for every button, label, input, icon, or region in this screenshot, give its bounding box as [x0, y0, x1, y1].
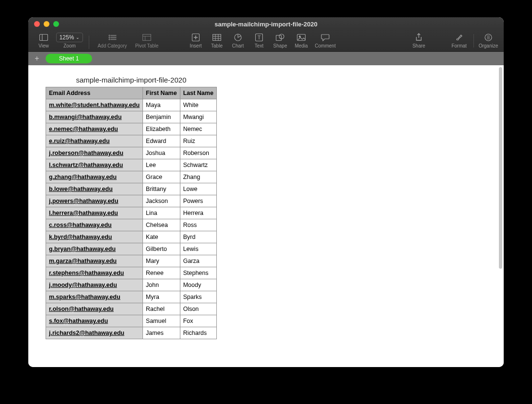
- cell-email[interactable]: m.sparks@hathaway.edu: [46, 291, 143, 303]
- cell-last-name[interactable]: Garza: [180, 255, 216, 267]
- table-row[interactable]: b.mwangi@hathaway.eduBenjaminMwangi: [46, 111, 217, 123]
- cell-last-name[interactable]: Lowe: [180, 183, 216, 195]
- cell-email[interactable]: m.white@student.hathaway.edu: [46, 99, 143, 111]
- shape-button[interactable]: Shape: [270, 33, 291, 48]
- cell-first-name[interactable]: Samuel: [143, 315, 180, 327]
- cell-last-name[interactable]: Mwangi: [180, 111, 216, 123]
- cell-first-name[interactable]: Myra: [143, 291, 180, 303]
- cell-email[interactable]: g.zhang@hathaway.edu: [46, 171, 143, 183]
- table-row[interactable]: r.olson@hathaway.eduRachelOlson: [46, 303, 217, 315]
- table-row[interactable]: l.herrera@hathaway.eduLinaHerrera: [46, 207, 217, 219]
- add-category-button[interactable]: Add Category: [93, 33, 131, 48]
- cell-last-name[interactable]: White: [180, 99, 216, 111]
- table-row[interactable]: b.lowe@hathaway.eduBrittanyLowe: [46, 183, 217, 195]
- view-button[interactable]: View: [33, 33, 54, 48]
- vertical-scrollbar[interactable]: [499, 67, 502, 269]
- table-row[interactable]: k.byrd@hathaway.eduKateByrd: [46, 231, 217, 243]
- table-row[interactable]: j.richards2@hathaway.eduJamesRichards: [46, 327, 217, 339]
- sheet-tab-1[interactable]: Sheet 1: [46, 54, 92, 63]
- cell-last-name[interactable]: Zhang: [180, 171, 216, 183]
- maximize-button[interactable]: [53, 21, 59, 27]
- cell-last-name[interactable]: Schwartz: [180, 159, 216, 171]
- table-row[interactable]: j.moody@hathaway.eduJohnMoody: [46, 279, 217, 291]
- cell-last-name[interactable]: Ross: [180, 219, 216, 231]
- cell-email[interactable]: b.lowe@hathaway.edu: [46, 183, 143, 195]
- data-table[interactable]: Email Address First Name Last Name m.whi…: [46, 87, 217, 339]
- cell-email[interactable]: b.mwangi@hathaway.edu: [46, 111, 143, 123]
- cell-first-name[interactable]: Benjamin: [143, 111, 180, 123]
- table-row[interactable]: s.fox@hathaway.eduSamuelFox: [46, 315, 217, 327]
- zoom-select[interactable]: 125% ⌄: [56, 33, 83, 42]
- header-email[interactable]: Email Address: [46, 87, 143, 99]
- cell-email[interactable]: m.garza@hathaway.edu: [46, 255, 143, 267]
- cell-last-name[interactable]: Roberson: [180, 147, 216, 159]
- cell-last-name[interactable]: Nemec: [180, 123, 216, 135]
- table-row[interactable]: r.stephens@hathaway.eduReneeStephens: [46, 267, 217, 279]
- cell-email[interactable]: e.ruiz@hathaway.edu: [46, 135, 143, 147]
- cell-first-name[interactable]: Rachel: [143, 303, 180, 315]
- table-row[interactable]: m.garza@hathaway.eduMaryGarza: [46, 255, 217, 267]
- cell-email[interactable]: s.fox@hathaway.edu: [46, 315, 143, 327]
- cell-email[interactable]: j.moody@hathaway.edu: [46, 279, 143, 291]
- insert-button[interactable]: Insert: [185, 33, 206, 48]
- table-row[interactable]: g.zhang@hathaway.eduGraceZhang: [46, 171, 217, 183]
- cell-first-name[interactable]: James: [143, 327, 180, 339]
- cell-email[interactable]: g.bryan@hathaway.edu: [46, 243, 143, 255]
- table-button[interactable]: Table: [206, 33, 227, 48]
- organize-button[interactable]: Organize: [478, 33, 499, 48]
- table-row[interactable]: m.sparks@hathaway.eduMyraSparks: [46, 291, 217, 303]
- cell-first-name[interactable]: Mary: [143, 255, 180, 267]
- media-button[interactable]: Media: [291, 33, 312, 48]
- table-row[interactable]: c.ross@hathaway.eduChelseaRoss: [46, 219, 217, 231]
- cell-last-name[interactable]: Ruiz: [180, 135, 216, 147]
- format-button[interactable]: Format: [449, 33, 470, 48]
- cell-email[interactable]: c.ross@hathaway.edu: [46, 219, 143, 231]
- cell-first-name[interactable]: Maya: [143, 99, 180, 111]
- table-row[interactable]: e.nemec@hathaway.eduElizabethNemec: [46, 123, 217, 135]
- table-row[interactable]: g.bryan@hathaway.eduGilbertoLewis: [46, 243, 217, 255]
- cell-email[interactable]: j.richards2@hathaway.edu: [46, 327, 143, 339]
- cell-last-name[interactable]: Sparks: [180, 291, 216, 303]
- header-last-name[interactable]: Last Name: [180, 87, 216, 99]
- cell-last-name[interactable]: Olson: [180, 303, 216, 315]
- cell-first-name[interactable]: Renee: [143, 267, 180, 279]
- cell-email[interactable]: r.olson@hathaway.edu: [46, 303, 143, 315]
- share-button[interactable]: Share: [408, 33, 429, 48]
- table-row[interactable]: j.roberson@hathaway.eduJoshuaRoberson: [46, 147, 217, 159]
- table-row[interactable]: m.white@student.hathaway.eduMayaWhite: [46, 99, 217, 111]
- cell-last-name[interactable]: Moody: [180, 279, 216, 291]
- cell-email[interactable]: l.schwartz@hathaway.edu: [46, 159, 143, 171]
- cell-last-name[interactable]: Lewis: [180, 243, 216, 255]
- chart-button[interactable]: Chart: [227, 33, 248, 48]
- comment-button[interactable]: Comment: [312, 33, 339, 48]
- table-row[interactable]: j.powers@hathaway.eduJacksonPowers: [46, 195, 217, 207]
- pivot-table-button[interactable]: Pivot Table: [131, 33, 162, 48]
- cell-first-name[interactable]: Grace: [143, 171, 180, 183]
- cell-first-name[interactable]: Kate: [143, 231, 180, 243]
- cell-email[interactable]: r.stephens@hathaway.edu: [46, 267, 143, 279]
- table-row[interactable]: l.schwartz@hathaway.eduLeeSchwartz: [46, 159, 217, 171]
- cell-first-name[interactable]: Lina: [143, 207, 180, 219]
- add-sheet-button[interactable]: +: [32, 54, 42, 63]
- cell-first-name[interactable]: Jackson: [143, 195, 180, 207]
- cell-email[interactable]: j.powers@hathaway.edu: [46, 195, 143, 207]
- canvas[interactable]: sample-mailchimp-import-file-2020 Email …: [28, 65, 504, 367]
- text-button[interactable]: T Text: [248, 33, 270, 48]
- cell-first-name[interactable]: Gilberto: [143, 243, 180, 255]
- cell-email[interactable]: k.byrd@hathaway.edu: [46, 231, 143, 243]
- cell-last-name[interactable]: Herrera: [180, 207, 216, 219]
- cell-email[interactable]: e.nemec@hathaway.edu: [46, 123, 143, 135]
- cell-first-name[interactable]: Edward: [143, 135, 180, 147]
- zoom-button[interactable]: 125% ⌄ Zoom: [54, 33, 85, 48]
- cell-first-name[interactable]: Chelsea: [143, 219, 180, 231]
- minimize-button[interactable]: [44, 21, 49, 27]
- cell-last-name[interactable]: Powers: [180, 195, 216, 207]
- cell-first-name[interactable]: Elizabeth: [143, 123, 180, 135]
- cell-last-name[interactable]: Fox: [180, 315, 216, 327]
- cell-first-name[interactable]: Lee: [143, 159, 180, 171]
- cell-last-name[interactable]: Byrd: [180, 231, 216, 243]
- cell-first-name[interactable]: Joshua: [143, 147, 180, 159]
- cell-first-name[interactable]: John: [143, 279, 180, 291]
- table-row[interactable]: e.ruiz@hathaway.eduEdwardRuiz: [46, 135, 217, 147]
- cell-email[interactable]: l.herrera@hathaway.edu: [46, 207, 143, 219]
